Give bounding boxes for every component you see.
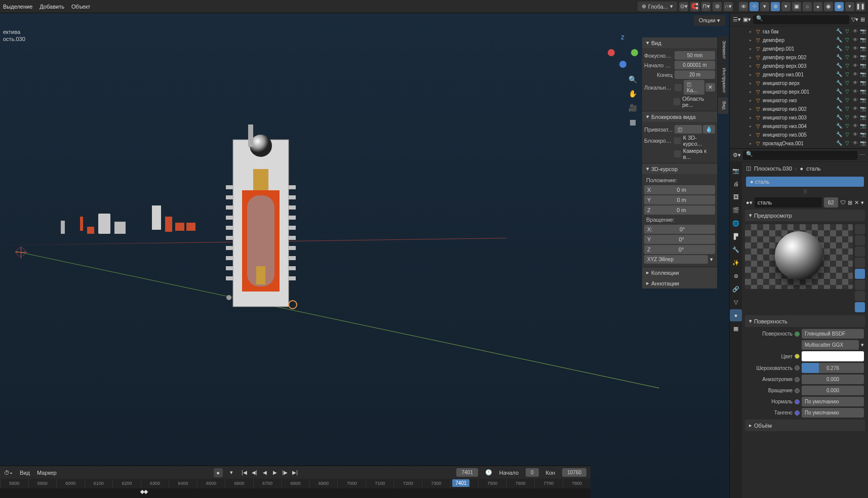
outliner-row[interactable]: ▸▽газ бак🔧▽👁📷 <box>730 27 868 36</box>
properties-search[interactable]: 🔍 <box>743 151 857 160</box>
preview-cloth[interactable] <box>855 280 865 290</box>
clock-icon[interactable]: 🕐 <box>485 469 492 476</box>
timeline-track[interactable] <box>0 488 590 498</box>
outliner-row[interactable]: ▸▽прокладОчка.001🔧▽👁📷 <box>730 139 868 148</box>
ntab-item[interactable]: Элемент <box>718 36 728 63</box>
preview-shaderball[interactable] <box>855 269 865 279</box>
tab-physics[interactable]: ⊚ <box>730 270 742 282</box>
render-toggle[interactable]: 📷 <box>859 106 866 112</box>
cursor-rx[interactable]: X:0° <box>644 225 715 234</box>
mod-icon[interactable]: 🔧 <box>836 80 842 87</box>
outliner-row[interactable]: ▸▽инициатор низ🔧▽👁📷 <box>730 96 868 105</box>
rotation-field[interactable]: 0.000 <box>802 386 864 395</box>
render-toggle[interactable]: 📷 <box>859 123 866 130</box>
tab-render[interactable]: 📷 <box>730 164 742 177</box>
surface-shader[interactable]: Глянцевый BSDF <box>802 329 864 339</box>
ntab-view[interactable]: Вид <box>718 97 728 113</box>
timeline-menu-marker[interactable]: Маркер <box>37 470 57 476</box>
normal-socket[interactable] <box>795 399 800 404</box>
nav-gizmo[interactable]: Z <box>608 37 638 68</box>
lock-object-picker[interactable]: 💧 <box>703 125 715 134</box>
ntab-tool[interactable]: Инструмент <box>718 64 728 97</box>
hide-toggle[interactable]: 👁 <box>852 123 858 130</box>
np-annotations-header[interactable]: ▸Аннотации <box>642 278 717 288</box>
outliner-mode-icon[interactable]: ▣▾ <box>743 16 751 23</box>
mod-icon[interactable]: 🔧 <box>836 97 842 104</box>
material-unlink[interactable]: ✕ <box>854 199 859 206</box>
timeline-menu-view[interactable]: Вид <box>20 470 30 476</box>
mat-icon[interactable]: ▽ <box>844 37 850 44</box>
lock-object-field[interactable]: ◫ <box>675 125 702 134</box>
render-region-chk[interactable] <box>674 98 680 105</box>
mat-icon[interactable]: ▽ <box>844 114 850 121</box>
keyframe[interactable] <box>143 490 147 494</box>
hide-toggle[interactable]: 👁 <box>852 80 858 87</box>
outliner-row[interactable]: ▸▽инициатор верх🔧▽👁📷 <box>730 79 868 88</box>
tab-modifier[interactable]: 🔧 <box>730 243 742 256</box>
timeline-editor-icon[interactable]: ⏱▾ <box>4 470 13 476</box>
material-browse-icon[interactable]: ●▾ <box>746 199 753 206</box>
jump-end-icon[interactable]: ▶| <box>291 468 300 477</box>
material-new[interactable]: ⊞ <box>848 199 852 206</box>
orientation-dropdown[interactable]: ⊕Глоба...▾ <box>638 2 677 11</box>
surface-node-socket[interactable] <box>795 331 800 337</box>
normal-field[interactable]: По умолчанию <box>802 397 864 406</box>
outliner-row[interactable]: ▸▽инициатор низ.003🔧▽👁📷 <box>730 113 868 122</box>
shading-wire[interactable]: ○ <box>803 2 812 11</box>
local-camera-field[interactable]: ◫ Ка... <box>684 80 704 95</box>
mod-icon[interactable]: 🔧 <box>836 71 842 78</box>
hide-toggle[interactable]: 👁 <box>852 46 858 52</box>
tab-object[interactable]: ▛ <box>730 230 742 242</box>
preview-cube[interactable] <box>855 246 865 257</box>
mat-icon[interactable]: ▽ <box>844 132 850 138</box>
distribution-dropdown[interactable]: Multiscatter GGX <box>802 340 859 350</box>
mat-icon[interactable]: ▽ <box>844 89 850 95</box>
keyframe-prev-icon[interactable]: ◀| <box>250 468 259 477</box>
render-toggle[interactable]: 📷 <box>859 132 866 138</box>
outliner-row[interactable]: ▸▽инициатор верх.001🔧▽👁📷 <box>730 88 868 96</box>
menu-add[interactable]: Добавить <box>40 4 64 10</box>
disclosure-icon[interactable]: ▸ <box>749 115 754 120</box>
snap-toggle[interactable]: 🧲 <box>690 2 699 11</box>
gizmo-z[interactable] <box>619 61 626 68</box>
tab-texture[interactable]: ▦ <box>730 322 742 335</box>
render-toggle[interactable]: 📷 <box>859 46 866 52</box>
properties-opts-icon[interactable]: ⋯ <box>859 152 865 158</box>
mod-icon[interactable]: 🔧 <box>836 28 842 35</box>
end-frame[interactable]: 10760 <box>562 468 586 477</box>
shading-solid[interactable]: ● <box>813 2 822 11</box>
mod-icon[interactable]: 🔧 <box>836 46 842 52</box>
tab-data[interactable]: ▽ <box>730 296 742 308</box>
outliner-filter-icon[interactable]: ▽▾ <box>851 16 858 23</box>
overlay-dropdown[interactable]: ▾ <box>781 2 791 11</box>
shading-matprev[interactable]: ◉ <box>824 2 833 11</box>
render-toggle[interactable]: 📷 <box>859 114 866 121</box>
base-color[interactable] <box>802 351 864 361</box>
shading-rendered[interactable]: ◉ <box>835 2 844 11</box>
options-button[interactable]: Опции ▾ <box>694 15 725 26</box>
aniso-socket[interactable] <box>795 377 800 382</box>
viewport-3d[interactable]: ектива ость.030 Опции ▾ <box>0 13 729 498</box>
menu-select[interactable]: Выделение <box>3 4 32 10</box>
zoom-icon[interactable]: 🔍 <box>627 74 638 85</box>
material-users[interactable]: 62 <box>824 197 838 208</box>
hide-toggle[interactable]: 👁 <box>852 106 858 112</box>
material-fake-user[interactable]: 🛡 <box>840 199 846 205</box>
hide-toggle[interactable]: 👁 <box>852 71 858 78</box>
properties-editor-icon[interactable]: ⚙▾ <box>733 152 741 158</box>
tab-output[interactable]: 🖨 <box>730 178 742 190</box>
cursor-x[interactable]: X0 m <box>644 185 715 194</box>
mod-icon[interactable]: 🔧 <box>836 106 842 112</box>
mat-icon[interactable]: ▽ <box>844 106 850 112</box>
outliner-row[interactable]: ▸▽демпфер🔧▽👁📷 <box>730 36 868 45</box>
menu-object[interactable]: Объект <box>71 4 90 10</box>
material-slot[interactable]: ● сталь <box>746 177 864 187</box>
outliner-row[interactable]: ▸▽инициатор низ.002🔧▽👁📷 <box>730 105 868 113</box>
render-toggle[interactable]: 📷 <box>859 54 866 61</box>
mod-icon[interactable]: 🔧 <box>836 54 842 61</box>
mod-icon[interactable]: 🔧 <box>836 89 842 95</box>
hide-toggle[interactable]: 👁 <box>852 132 858 138</box>
disclosure-icon[interactable]: ▸ <box>749 29 754 34</box>
render-toggle[interactable]: 📷 <box>859 63 866 69</box>
mat-icon[interactable]: ▽ <box>844 140 850 147</box>
